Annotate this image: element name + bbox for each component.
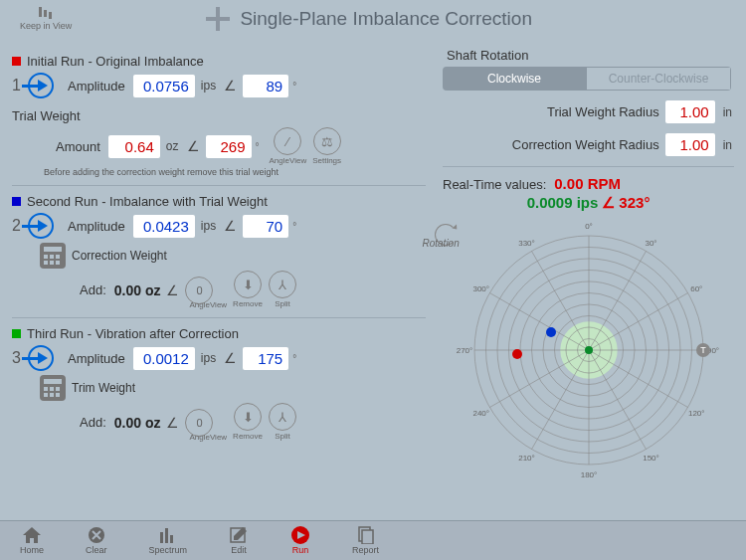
svg-text:30°: 30° xyxy=(645,239,656,248)
unit-ips: ips xyxy=(201,351,216,365)
svg-line-33 xyxy=(531,251,589,350)
page-title: Single-Plane Imbalance Correction xyxy=(240,8,532,30)
run2-amplitude-input[interactable]: 0.0423 xyxy=(133,215,195,238)
unit-in: in xyxy=(723,138,732,152)
run3-header: Third Run - Vibration after Correction xyxy=(27,326,239,341)
angle-icon: ∠ xyxy=(224,218,237,234)
svg-line-27 xyxy=(489,350,589,408)
amplitude-label: Amplitude xyxy=(68,351,125,366)
angleview-label: AngleView xyxy=(189,433,227,442)
run2-header: Second Run - Imbalance with Trial Weight xyxy=(27,194,268,209)
angle-icon: ∠ xyxy=(187,138,200,154)
angleview-label: AngleView xyxy=(270,156,307,165)
unit-in: in xyxy=(723,105,732,119)
shaft-rotation-toggle[interactable]: Clockwise Counter-Clockwise xyxy=(443,67,731,91)
report-label: Report xyxy=(352,545,379,555)
correction-weight-radius-label: Correction Weight Radius xyxy=(512,137,659,152)
trim-weight-header: Trim Weight xyxy=(72,381,135,395)
edit-button[interactable]: Edit xyxy=(229,526,249,555)
svg-point-35 xyxy=(585,346,593,354)
clockwise-option[interactable]: Clockwise xyxy=(443,67,586,91)
run1-amplitude-input[interactable]: 0.0756 xyxy=(133,75,195,97)
realtime-ips: 0.0009 ips xyxy=(527,194,599,211)
svg-line-21 xyxy=(589,350,647,450)
trial-weight-radius-label: Trial Weight Radius xyxy=(547,104,659,119)
remove-button[interactable]: ⬇ xyxy=(234,271,262,298)
run-button[interactable]: Run xyxy=(290,526,310,555)
marker-red-icon xyxy=(12,57,21,66)
svg-text:0°: 0° xyxy=(585,222,593,231)
spectrum-label: Spectrum xyxy=(149,545,188,555)
unit-ips: ips xyxy=(201,219,216,233)
amount-label: Amount xyxy=(56,139,100,154)
run3-angle-input[interactable]: 175 xyxy=(243,347,288,370)
realtime-angle: 323° xyxy=(619,194,650,211)
run1-header: Initial Run - Original Imbalance xyxy=(27,54,204,69)
angleview-button[interactable]: ∕ xyxy=(274,127,301,155)
settings-button[interactable]: ⚖ xyxy=(313,127,341,155)
polar-plot: Rotation 0°30°60°90°120°150°180°210°240°… xyxy=(455,216,723,484)
realtime-label: Real-Time values: xyxy=(443,177,546,192)
split-button[interactable]: ⅄ xyxy=(269,403,296,431)
trial-hint: Before adding the correction weight remo… xyxy=(44,167,426,177)
trial-angle-input[interactable]: 269 xyxy=(206,135,252,158)
split-label: Split xyxy=(275,299,290,308)
rotation-label: Rotation xyxy=(423,238,460,249)
marker-green-icon xyxy=(12,329,21,338)
shaft-rotation-label: Shaft Rotation xyxy=(447,48,730,63)
svg-text:240°: 240° xyxy=(472,409,489,418)
marker-blue-icon xyxy=(12,197,21,206)
clear-label: Clear xyxy=(86,545,107,555)
correction-value: 0.00 oz xyxy=(114,282,161,298)
run1-go-button[interactable] xyxy=(28,73,54,98)
svg-rect-43 xyxy=(170,535,173,543)
unit-ips: ips xyxy=(201,79,216,93)
clear-button[interactable]: Clear xyxy=(86,526,107,555)
remove-button[interactable]: ⬇ xyxy=(234,403,262,431)
svg-point-36 xyxy=(512,349,522,359)
calculator-icon xyxy=(40,243,66,269)
split-label: Split xyxy=(275,432,290,441)
counter-clockwise-option[interactable]: Counter-Clockwise xyxy=(586,67,731,91)
realtime-rpm: 0.00 RPM xyxy=(554,175,621,192)
add-label: Add: xyxy=(80,415,106,430)
svg-text:150°: 150° xyxy=(643,454,659,463)
angle-icon: ∠ xyxy=(224,350,237,366)
trial-amount-input[interactable]: 0.64 xyxy=(108,135,160,158)
split-button[interactable]: ⅄ xyxy=(269,271,296,298)
settings-label: Settings xyxy=(312,156,341,165)
svg-line-31 xyxy=(489,293,589,351)
svg-text:180°: 180° xyxy=(580,470,597,479)
add-label: Add: xyxy=(80,282,106,297)
trim-value: 0.00 oz xyxy=(114,415,161,431)
remove-label: Remove xyxy=(233,299,263,308)
correction-weight-radius-input[interactable]: 1.00 xyxy=(665,133,715,156)
svg-line-13 xyxy=(589,251,647,350)
report-button[interactable]: Report xyxy=(352,526,379,555)
edit-label: Edit xyxy=(231,545,247,555)
spectrum-button[interactable]: Spectrum xyxy=(149,526,188,555)
home-label: Home xyxy=(20,545,44,555)
amplitude-label: Amplitude xyxy=(68,79,125,93)
run3-amplitude-input[interactable]: 0.0012 xyxy=(133,347,195,370)
angleview-label: AngleView xyxy=(189,300,227,309)
svg-text:330°: 330° xyxy=(518,239,535,248)
home-button[interactable]: Home xyxy=(20,526,44,555)
angle-icon: ∠ xyxy=(224,78,237,93)
svg-text:60°: 60° xyxy=(690,284,702,293)
degree-icon: ° xyxy=(292,353,296,364)
keep-in-view-button[interactable]: Keep in View xyxy=(20,7,72,31)
angle-icon: ∠ xyxy=(166,415,179,431)
svg-text:270°: 270° xyxy=(456,346,472,355)
angle-icon: ∠ xyxy=(602,194,615,212)
trial-weight-header: Trial Weight xyxy=(12,108,81,123)
run-label: Run xyxy=(292,545,309,555)
amplitude-label: Amplitude xyxy=(68,219,125,234)
trial-weight-radius-input[interactable]: 1.00 xyxy=(665,100,715,123)
run2-go-button[interactable] xyxy=(28,213,54,239)
run1-angle-input[interactable]: 89 xyxy=(243,75,288,97)
run2-angle-input[interactable]: 70 xyxy=(243,215,288,238)
run3-go-button[interactable] xyxy=(28,345,54,371)
calculator-icon xyxy=(40,375,66,401)
keep-in-view-label: Keep in View xyxy=(20,21,72,31)
